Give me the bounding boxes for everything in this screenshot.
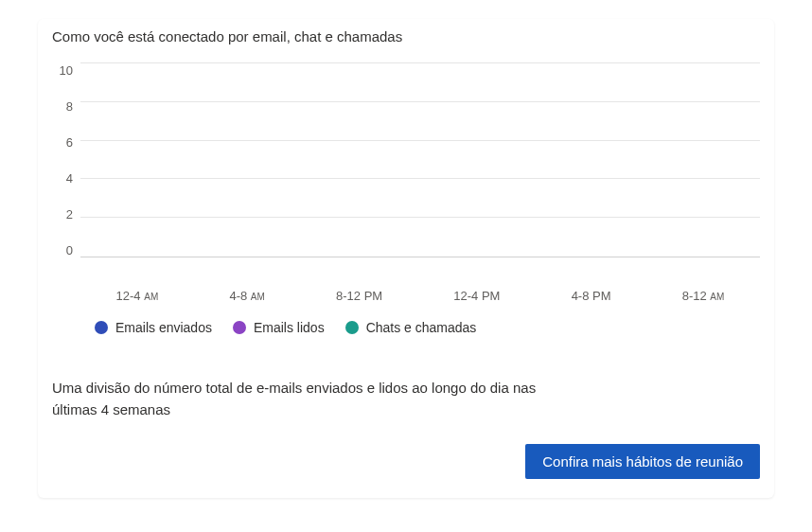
y-tick: 10 [60,63,73,78]
card-title: Como você está conectado por email, chat… [52,28,760,44]
chart-area: 10 8 6 4 2 0 [52,63,760,281]
x-tick: 8-12 PM [336,289,382,303]
card-footer: Confira mais hábitos de reunião [52,444,760,479]
legend-label: Emails lidos [254,320,325,335]
chart-legend: Emails enviados Emails lidos Chats e cha… [95,320,760,335]
x-tick: 12-4 AM [116,289,159,303]
legend-circle-icon [233,321,246,334]
legend-item-chats: Chats e chamadas [345,320,477,335]
analytics-card: Como você está conectado por email, chat… [38,19,774,498]
chart-plot [80,63,760,257]
legend-circle-icon [345,321,359,334]
x-tick: 8-12 AM [682,289,725,303]
y-tick: 0 [66,243,73,257]
legend-circle-icon [95,321,108,334]
y-axis: 10 8 6 4 2 0 [52,63,80,257]
x-tick: 12-4 PM [453,289,500,303]
bar-container [80,63,760,257]
legend-label: Chats e chamadas [366,320,477,335]
x-axis: 12-4 AM4-8 AM8-12 PM12-4 PM4-8 PM8-12 AM [80,289,760,303]
y-tick: 4 [66,171,73,186]
legend-item-sent: Emails enviados [95,320,212,335]
card-description: Uma divisão do número total de e-mails e… [52,378,582,420]
x-tick: 4-8 AM [229,289,264,303]
y-tick: 8 [66,99,73,114]
legend-label: Emails enviados [115,320,212,335]
y-tick: 6 [66,135,73,150]
cta-button[interactable]: Confira mais hábitos de reunião [525,444,760,479]
legend-item-read: Emails lidos [233,320,325,335]
y-tick: 2 [66,207,73,222]
x-tick: 4-8 PM [572,289,611,303]
